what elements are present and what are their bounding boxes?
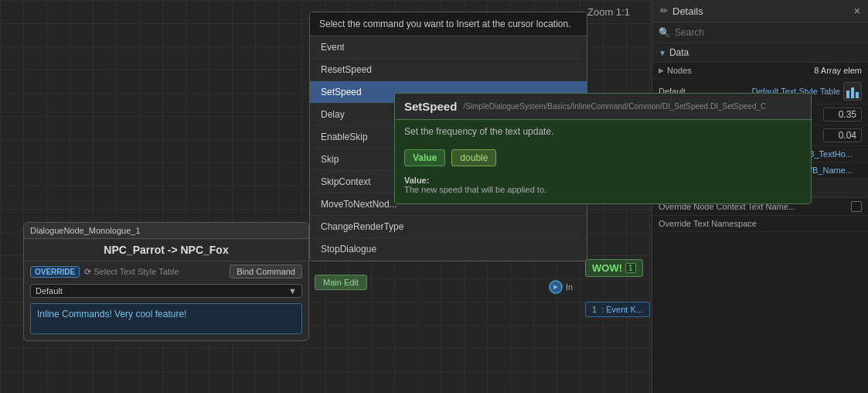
override-text-namespace-row: Override Text Namespace xyxy=(652,216,868,232)
setspeed-title: SetSpeed xyxy=(404,100,457,113)
zoom-label: Zoom 1:1 xyxy=(587,6,630,18)
default-dropdown[interactable]: Default ▼ xyxy=(30,284,302,298)
dialogue-node-override-row: OVERRIDE Select Text Style Table Bind Co… xyxy=(24,261,308,282)
wow-badge: 1 xyxy=(625,263,636,273)
dropdown-arrow-icon: ▼ xyxy=(288,286,297,296)
wow-bubble: WOW! 1 xyxy=(585,259,643,277)
event-num: 1 xyxy=(592,305,597,314)
nodes-value: 8 Array elem xyxy=(814,66,862,75)
bar-chart-icon[interactable] xyxy=(843,82,862,101)
nodes-tri: ▶ xyxy=(659,67,664,74)
search-box: 🔍 xyxy=(652,22,868,43)
bar1 xyxy=(846,91,849,98)
override-text-namespace-label: Override Text Namespace xyxy=(659,219,862,228)
value-035: 0.35 xyxy=(823,108,862,121)
nodes-row: ▶ Nodes 8 Array elem xyxy=(652,63,868,79)
dialogue-node-card: DialogueNode_Monologue_1 NPC_Parrot -> N… xyxy=(23,222,309,341)
value-badge: Value xyxy=(404,149,445,166)
event-k-label: 1 : Event K... xyxy=(585,302,650,317)
value-desc-block: Value: The new speed that will be applie… xyxy=(395,173,811,203)
search-input[interactable] xyxy=(675,27,862,38)
override-node-context-checkbox[interactable] xyxy=(851,201,862,212)
in-connector: In xyxy=(549,280,573,294)
setspeed-tooltip: SetSpeed /SimpleDialogueSystem/Basics/In… xyxy=(394,93,812,204)
bind-command-button[interactable]: Bind Command xyxy=(230,265,302,279)
event-text: : Event K... xyxy=(601,305,643,314)
search-icon: 🔍 xyxy=(659,27,670,38)
override-badge: OVERRIDE xyxy=(30,266,80,278)
value-desc-text: The new speed that will be applied to. xyxy=(404,185,546,194)
data-section-header: ▼ Data xyxy=(652,43,868,63)
setspeed-value-row: Value double xyxy=(395,143,811,173)
double-badge: double xyxy=(451,149,496,166)
dialogue-node-header: DialogueNode_Monologue_1 xyxy=(24,223,308,239)
details-header: ✏ Details × xyxy=(652,0,868,22)
bar2 xyxy=(851,87,854,98)
command-item-stopdialogue[interactable]: StopDialogue xyxy=(310,238,587,261)
command-item-event[interactable]: Event xyxy=(310,36,587,59)
nodes-label: ▶ Nodes xyxy=(659,66,811,75)
details-close-button[interactable]: × xyxy=(854,5,860,17)
wow-text: WOW! xyxy=(592,262,622,274)
dialogue-node-title: NPC_Parrot -> NPC_Fox xyxy=(24,239,308,261)
details-title-row: ✏ Details xyxy=(660,5,703,17)
bar3 xyxy=(856,92,859,98)
value-004: 0.04 xyxy=(823,128,862,142)
setspeed-description: Set the frequency of the text update. xyxy=(395,120,811,143)
command-menu-header: Select the command you want to Insert at… xyxy=(310,12,587,36)
command-item-changerendertype[interactable]: ChangeRenderType xyxy=(310,216,587,238)
nodes-label-text: Nodes xyxy=(667,66,692,75)
command-item-resetspeed[interactable]: ResetSpeed xyxy=(310,59,587,81)
dropdown-value: Default xyxy=(36,286,63,296)
svg-marker-0 xyxy=(553,285,558,289)
connector-circle[interactable] xyxy=(549,280,563,294)
setspeed-path: /SimpleDialogueSystem/Basics/InlineComma… xyxy=(463,102,766,111)
data-section-label: Data xyxy=(669,47,689,58)
dropdown-row: Default ▼ xyxy=(24,282,308,300)
main-edit-button[interactable]: Main Edit xyxy=(315,275,367,290)
data-section-triangle: ▼ xyxy=(659,49,666,57)
setspeed-title-bar: SetSpeed /SimpleDialogueSystem/Basics/In… xyxy=(395,94,811,120)
dialogue-text-content: Inline Commands! Very cool feature! xyxy=(30,303,302,334)
details-title-text: Details xyxy=(672,5,703,17)
in-connector-label: In xyxy=(566,282,573,292)
select-text-style[interactable]: Select Text Style Table xyxy=(84,267,179,277)
pencil-icon: ✏ xyxy=(660,5,668,16)
value-desc-title: Value: xyxy=(404,176,802,185)
